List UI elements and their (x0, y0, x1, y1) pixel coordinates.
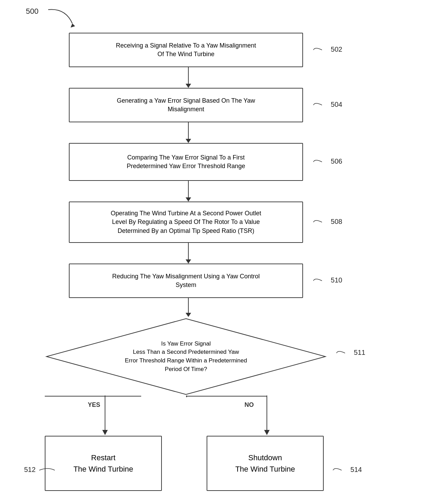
svg-marker-3 (102, 430, 108, 435)
box-508-text: Operating The Wind Turbine At a Second P… (111, 209, 261, 235)
ref-502: 502 (312, 45, 342, 55)
svg-marker-0 (71, 23, 75, 28)
ref-arrow-500 (45, 6, 79, 34)
arrow-510-diamond (186, 298, 191, 317)
box-512: Restart The Wind Turbine (45, 436, 162, 491)
box-506-text: Comparing The Yaw Error Signal To a Firs… (127, 153, 245, 171)
ref-504: 504 (312, 100, 342, 110)
ref-514-curve (331, 465, 348, 475)
main-ref-label: 500 (26, 7, 39, 16)
box-506: Comparing The Yaw Error Signal To a Firs… (69, 143, 303, 181)
ref-502-curve (312, 45, 329, 55)
box-510-text: Reducing The Yaw Misalignment Using a Ya… (112, 272, 260, 289)
ref-510: 510 (312, 276, 342, 286)
ref-504-curve (312, 100, 329, 110)
ref-510-num: 510 (331, 276, 342, 284)
ref-511-num: 511 (354, 349, 365, 356)
ref-514-num: 514 (351, 466, 362, 473)
ref-502-num: 502 (331, 45, 342, 53)
ref-511-curve (335, 348, 352, 358)
diamond-bottom-line (185, 395, 188, 397)
arrow-504-506 (186, 122, 191, 143)
box-504: Generating a Yaw Error Signal Based On T… (69, 88, 303, 122)
ref-512: 512 (24, 465, 56, 475)
box-510: Reducing The Yaw Misalignment Using a Ya… (69, 264, 303, 298)
ref-511: 511 (335, 348, 365, 358)
ref-514: 514 (331, 465, 362, 475)
ref-512-curve (38, 465, 56, 475)
ref-508: 508 (312, 217, 342, 227)
yes-arrow-svg (45, 395, 127, 440)
box-504-text: Generating a Yaw Error Signal Based On T… (117, 96, 255, 114)
box-512-text: Restart The Wind Turbine (73, 452, 133, 475)
svg-marker-5 (264, 430, 270, 435)
branch-line-left (45, 394, 188, 398)
box-508: Operating The Wind Turbine At a Second P… (69, 202, 303, 243)
flowchart-diagram: 500 Receiving a Signal Relative To a Yaw… (0, 0, 427, 504)
ref-506-num: 506 (331, 157, 342, 165)
yes-label: YES (88, 401, 100, 409)
arrow-506-508 (186, 181, 191, 202)
ref-504-num: 504 (331, 101, 342, 108)
box-502: Receiving a Signal Relative To a Yaw Mis… (69, 33, 303, 67)
ref-506-curve (312, 157, 329, 167)
ref-506: 506 (312, 157, 342, 167)
arrow-508-510 (186, 243, 191, 264)
diamond-511: Is Yaw Error Signal Less Than a Second P… (45, 317, 327, 396)
ref-512-num: 512 (24, 466, 35, 473)
ref-510-curve (312, 276, 329, 286)
box-514: Shutdown The Wind Turbine (207, 436, 324, 491)
ref-508-curve (312, 217, 329, 227)
ref-508-num: 508 (331, 218, 342, 225)
box-514-text: Shutdown The Wind Turbine (235, 452, 295, 475)
branch-line-right (186, 394, 267, 398)
box-502-text: Receiving a Signal Relative To a Yaw Mis… (116, 41, 256, 59)
no-label: NO (244, 401, 254, 409)
diamond-511-text: Is Yaw Error Signal Less Than a Second P… (97, 340, 275, 374)
arrow-502-504 (186, 67, 191, 88)
